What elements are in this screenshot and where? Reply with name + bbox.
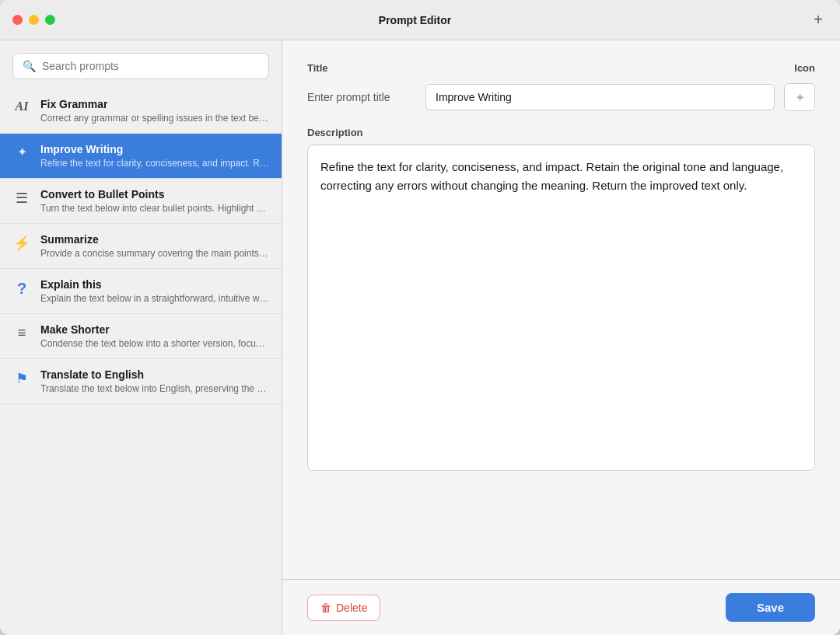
summarize-desc: Provide a concise summary covering the m… [40, 248, 269, 259]
save-button[interactable]: Save [726, 593, 815, 622]
explain-desc: Explain the text below in a straightforw… [40, 293, 269, 304]
list-item[interactable]: ✦ Improve Writing Refine the text for cl… [0, 134, 282, 179]
bullet-points-text: Convert to Bullet Points Turn the text b… [40, 188, 269, 214]
window-title: Prompt Editor [21, 14, 809, 26]
prompt-list: AI Fix Grammar Correct any grammar or sp… [0, 89, 282, 635]
detail-content: Title Icon Enter prompt title ✦ Descript… [282, 40, 840, 579]
titlebar: Prompt Editor + [0, 0, 840, 40]
delete-label: Delete [336, 602, 367, 614]
translate-icon: ⚑ [12, 370, 31, 387]
search-input[interactable] [42, 60, 259, 72]
bullet-points-desc: Turn the text below into clear bullet po… [40, 203, 269, 214]
list-item[interactable]: ≡ Make Shorter Condense the text below i… [0, 314, 282, 359]
make-shorter-title: Make Shorter [40, 323, 269, 336]
bottom-bar: 🗑 Delete Save [282, 579, 840, 635]
detail-panel: Title Icon Enter prompt title ✦ Descript… [282, 40, 840, 635]
summarize-text: Summarize Provide a concise summary cove… [40, 233, 269, 259]
add-button[interactable]: + [809, 11, 828, 30]
improve-writing-text: Improve Writing Refine the text for clar… [40, 143, 269, 169]
title-label: Title [307, 62, 328, 74]
summarize-title: Summarize [40, 233, 269, 246]
make-shorter-icon: ≡ [12, 325, 31, 341]
explain-text: Explain this Explain the text below in a… [40, 278, 269, 304]
sparkle-icon: ✦ [795, 90, 805, 105]
main-content: 🔍 AI Fix Grammar Correct any grammar or … [0, 40, 840, 635]
bullet-points-title: Convert to Bullet Points [40, 188, 269, 201]
improve-writing-desc: Refine the text for clarity, conciseness… [40, 158, 269, 169]
app-window: Prompt Editor + 🔍 AI Fix Grammar Correct… [0, 0, 840, 635]
list-item[interactable]: ⚡ Summarize Provide a concise summary co… [0, 224, 282, 269]
sidebar: 🔍 AI Fix Grammar Correct any grammar or … [0, 40, 282, 635]
prompt-title-input[interactable] [425, 84, 775, 110]
explain-title: Explain this [40, 278, 269, 291]
title-input-row: Enter prompt title ✦ [307, 83, 815, 111]
fix-grammar-text: Fix Grammar Correct any grammar or spell… [40, 98, 269, 124]
bullet-points-icon: ☰ [12, 190, 31, 207]
improve-writing-icon: ✦ [12, 145, 31, 159]
delete-button[interactable]: 🗑 Delete [307, 595, 380, 621]
improve-writing-title: Improve Writing [40, 143, 269, 155]
trash-icon: 🗑 [320, 602, 331, 614]
icon-picker-button[interactable]: ✦ [784, 83, 815, 111]
translate-desc: Translate the text below into English, p… [40, 383, 269, 394]
translate-text: Translate to English Translate the text … [40, 368, 269, 394]
make-shorter-text: Make Shorter Condense the text below int… [40, 323, 269, 349]
list-item[interactable]: ? Explain this Explain the text below in… [0, 269, 282, 314]
search-box[interactable]: 🔍 [12, 53, 269, 79]
icon-label: Icon [794, 62, 815, 74]
list-item[interactable]: ☰ Convert to Bullet Points Turn the text… [0, 179, 282, 224]
explain-icon: ? [12, 280, 31, 298]
list-item[interactable]: AI Fix Grammar Correct any grammar or sp… [0, 89, 282, 134]
fix-grammar-icon: AI [12, 99, 31, 113]
make-shorter-desc: Condense the text below into a shorter v… [40, 338, 269, 349]
title-icon-header: Title Icon [307, 62, 815, 74]
search-icon: 🔍 [23, 60, 36, 72]
enter-prompt-label: Enter prompt title [307, 91, 416, 103]
search-container: 🔍 [0, 40, 282, 89]
fix-grammar-desc: Correct any grammar or spelling issues i… [40, 113, 269, 124]
fix-grammar-title: Fix Grammar [40, 98, 269, 110]
description-label: Description [307, 127, 815, 138]
description-textarea[interactable]: Refine the text for clarity, conciseness… [307, 145, 815, 471]
translate-title: Translate to English [40, 368, 269, 381]
list-item[interactable]: ⚑ Translate to English Translate the tex… [0, 359, 282, 404]
summarize-icon: ⚡ [12, 235, 31, 252]
